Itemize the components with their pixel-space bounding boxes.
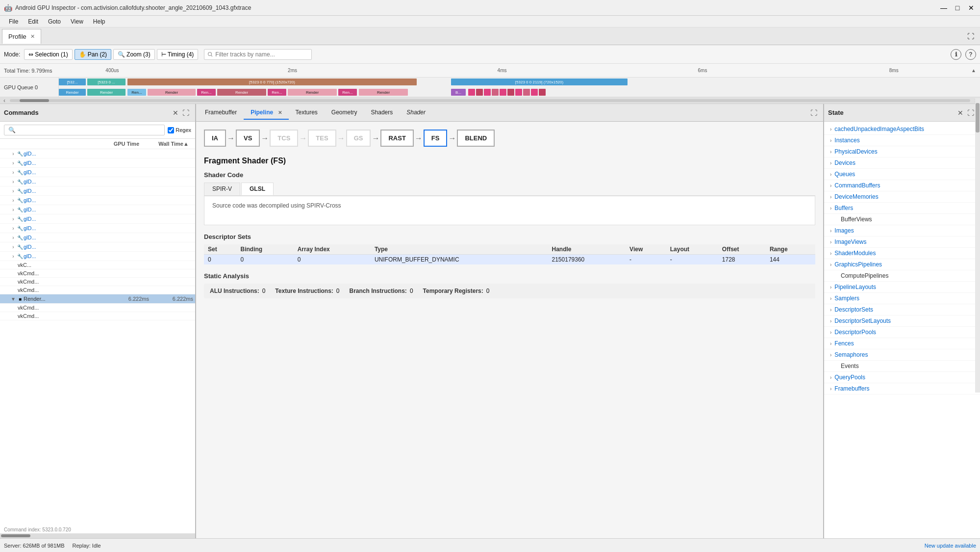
list-item[interactable]: › 🔧 glD... <box>0 205 195 214</box>
stage-tcs[interactable]: TCS <box>270 130 298 147</box>
col-layout[interactable]: Layout <box>666 244 718 255</box>
tab-framebuffer[interactable]: Framebuffer <box>198 106 244 120</box>
state-item-buffer-views[interactable]: BufferViews <box>824 214 980 225</box>
commands-list[interactable]: › 🔧 glD... › 🔧 glD... › 🔧 glD... <box>0 149 195 526</box>
minimize-button[interactable]: — <box>939 3 949 13</box>
stage-gs[interactable]: GS <box>346 130 371 147</box>
track-block-1[interactable]: [532... <box>59 79 86 85</box>
state-list[interactable]: › cachedUnpackedImageAspectBits › Instan… <box>824 122 980 538</box>
cmd-arrow[interactable]: › <box>10 244 17 250</box>
col-sort[interactable]: ▲ <box>183 141 191 147</box>
track-block-4[interactable]: [5323 0 0 2119] (720x1520) <box>451 79 628 85</box>
cmd-arrow[interactable]: › <box>10 179 17 184</box>
tab-pipeline[interactable]: Pipeline ✕ <box>244 106 288 120</box>
state-item-compute-pipelines[interactable]: ComputePipelines <box>824 270 980 282</box>
render-block-1[interactable]: Render <box>59 89 86 96</box>
state-item-images[interactable]: › Images <box>824 225 980 237</box>
state-item-cached[interactable]: › cachedUnpackedImageAspectBits <box>824 124 980 135</box>
commands-expand-button[interactable]: ⛶ <box>180 109 191 117</box>
vertical-scroll-thumb[interactable] <box>1 534 30 537</box>
state-item-semaphores[interactable]: › Semaphores <box>824 349 980 361</box>
maximize-button[interactable]: □ <box>953 3 962 13</box>
state-item-fences[interactable]: › Fences <box>824 338 980 349</box>
col-offset[interactable]: Offset <box>718 244 766 255</box>
list-item[interactable]: vkCmd... <box>0 286 195 294</box>
list-item[interactable]: › 🔧 glD... <box>0 186 195 196</box>
col-array-index[interactable]: Array Index <box>294 244 371 255</box>
cmd-arrow[interactable]: › <box>10 216 17 222</box>
list-item[interactable]: › 🔧 glD... <box>0 149 195 158</box>
col-wall-time[interactable]: Wall Time <box>139 141 183 147</box>
tab-profile-close[interactable]: ✕ <box>30 33 35 40</box>
timeline-scroll-up[interactable]: ▲ <box>971 68 976 73</box>
state-expand-button[interactable]: ⛶ <box>965 109 976 117</box>
state-item-devices[interactable]: › Devices <box>824 158 980 169</box>
list-item[interactable]: › 🔧 glD... <box>0 158 195 168</box>
state-item-pipeline-layouts[interactable]: › PipelineLayouts <box>824 282 980 293</box>
list-item[interactable]: vkC... <box>0 261 195 269</box>
cmd-arrow[interactable]: › <box>10 207 17 212</box>
list-item[interactable]: vkCmd... <box>0 278 195 286</box>
stage-fs[interactable]: FS <box>424 130 448 147</box>
state-item-queues[interactable]: › Queues <box>824 169 980 180</box>
cmd-arrow[interactable]: › <box>10 235 17 240</box>
tab-profile[interactable]: Profile ✕ <box>2 29 41 44</box>
regex-checkbox[interactable] <box>168 127 174 133</box>
list-item-render[interactable]: ▼ ■ Render... 6.222ms 6.222ms <box>0 294 195 304</box>
stage-rast[interactable]: RAST <box>380 130 413 147</box>
render-block-11[interactable]: B... <box>451 89 466 96</box>
filter-input[interactable] <box>204 49 312 60</box>
list-item[interactable]: vkCmd... <box>0 312 195 320</box>
state-item-device-memories[interactable]: › DeviceMemories <box>824 191 980 203</box>
info-button[interactable]: ℹ <box>951 49 961 60</box>
col-gpu-time[interactable]: GPU Time <box>95 141 139 147</box>
tab-geometry[interactable]: Geometry <box>325 106 364 120</box>
cmd-arrow[interactable]: › <box>10 226 17 231</box>
list-item[interactable]: vkCmd... <box>0 269 195 278</box>
render-block-5[interactable]: Ren... <box>197 89 216 96</box>
track-block-2[interactable]: [5323 0 ... <box>87 79 126 85</box>
state-item-descriptor-pools[interactable]: › DescriptorPools <box>824 327 980 338</box>
state-item-image-views[interactable]: › ImageViews <box>824 237 980 248</box>
render-block-10[interactable]: Render <box>359 89 408 96</box>
menu-edit[interactable]: Edit <box>23 17 43 26</box>
cmd-arrow[interactable]: › <box>10 170 17 175</box>
render-block-4[interactable]: Render <box>148 89 196 96</box>
close-button[interactable]: ✕ <box>966 3 976 13</box>
state-item-command-buffers[interactable]: › CommandBuffers <box>824 180 980 191</box>
stage-ia[interactable]: IA <box>204 130 226 147</box>
regex-checkbox-label[interactable]: Regex <box>168 127 191 133</box>
stage-blend[interactable]: BLEND <box>457 130 495 147</box>
menu-view[interactable]: View <box>66 17 88 26</box>
menu-goto[interactable]: Goto <box>43 17 66 26</box>
tab-textures[interactable]: Textures <box>289 106 325 120</box>
cmd-arrow[interactable]: › <box>10 160 17 166</box>
state-item-instances[interactable]: › Instances <box>824 135 980 146</box>
mode-zoom-button[interactable]: 🔍 Zoom (3) <box>113 49 155 60</box>
state-item-query-pools[interactable]: › QueryPools <box>824 372 980 383</box>
col-binding[interactable]: Binding <box>236 244 293 255</box>
list-item[interactable]: › 🔧 glD... <box>0 168 195 177</box>
center-expand-button[interactable]: ⛶ <box>806 107 821 119</box>
render-block-9[interactable]: Ren... <box>338 89 357 96</box>
state-item-descriptor-set-layouts[interactable]: › DescriptorSetLayouts <box>824 315 980 327</box>
cmd-arrow[interactable]: › <box>10 151 17 157</box>
state-close-button[interactable]: ✕ <box>955 109 965 117</box>
mode-timing-button[interactable]: ⊢ Timing (4) <box>157 49 199 60</box>
tab-expand-button[interactable]: ⛶ <box>963 30 978 42</box>
track-block-3[interactable]: [5323 0 0 770] (1520x720) <box>127 79 417 85</box>
render-block-2[interactable]: Render <box>87 89 126 96</box>
col-handle[interactable]: Handle <box>548 244 626 255</box>
render-block-3[interactable]: Ren... <box>127 89 146 96</box>
state-item-samplers[interactable]: › Samplers <box>824 293 980 304</box>
state-item-framebuffers[interactable]: › Framebuffers <box>824 383 980 394</box>
scroll-thumb[interactable] <box>20 99 49 102</box>
list-item[interactable]: › 🔧 glD... <box>0 252 195 261</box>
update-link[interactable]: New update available <box>925 543 976 549</box>
state-item-shader-modules[interactable]: › ShaderModules <box>824 248 980 259</box>
col-view[interactable]: View <box>626 244 666 255</box>
cmd-arrow[interactable]: › <box>10 254 17 259</box>
tab-spirv[interactable]: SPIR-V <box>204 183 240 195</box>
cmd-arrow[interactable]: › <box>10 198 17 203</box>
table-row[interactable]: 0 0 0 UNIFORM_BUFFER_DYNAMIC 2150179360 … <box>204 255 815 265</box>
